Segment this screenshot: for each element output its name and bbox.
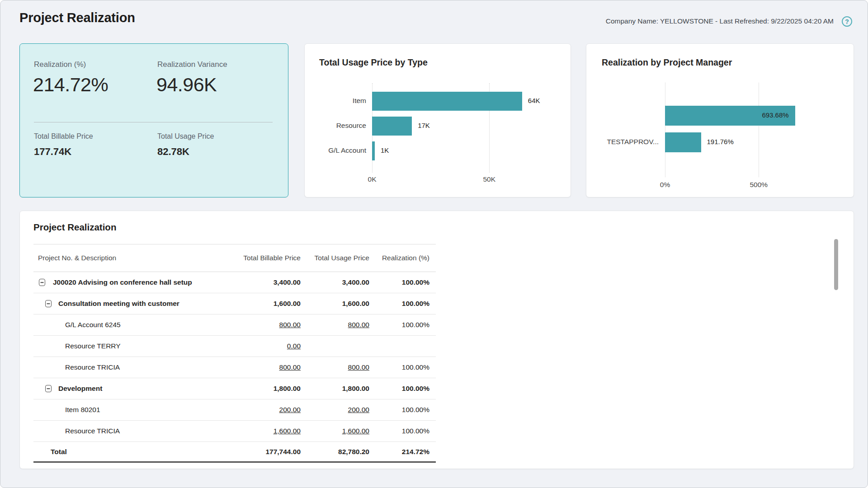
table-value: 100.00%	[369, 300, 429, 308]
row-label: Resource TRICIA	[33, 427, 120, 435]
column-header-1: Project No. & Description	[33, 244, 233, 272]
kpi-usage-value: 82.78K	[157, 146, 189, 158]
row-description: Consultation meeting with customer	[33, 293, 233, 314]
row-description: J00020 Advising on conference hall setup	[33, 272, 233, 293]
collapse-icon[interactable]	[45, 385, 52, 392]
table-row: Item 80201200.00200.00100.00%	[33, 399, 436, 421]
bar-value-label: 191.76%	[707, 138, 734, 145]
category-label: Item	[353, 97, 366, 105]
row-label: G/L Account 6245	[33, 321, 121, 329]
drillthrough-link[interactable]: 1,600.00	[342, 427, 369, 435]
collapse-icon[interactable]	[45, 300, 52, 307]
table-row: Resource TRICIA800.00800.00100.00%	[33, 357, 436, 378]
drillthrough-value[interactable]: 800.00	[301, 321, 369, 329]
chart-card-realization-by-pm: Realization by Project Manager 0%500%693…	[586, 43, 854, 197]
table-scrollbar-thumb[interactable]	[834, 239, 838, 290]
project-realization-table: Project No. & DescriptionTotal Billable …	[33, 244, 436, 463]
refresh-info: Company Name: YELLOWSTONE - Last Refresh…	[606, 17, 834, 25]
drillthrough-link[interactable]: 800.00	[279, 321, 301, 328]
column-header-2: Total Billable Price	[233, 254, 301, 262]
drillthrough-value[interactable]: 200.00	[301, 406, 369, 414]
category-label: G/L Account	[328, 146, 366, 155]
table-row: G/L Account 6245800.00800.00100.00%	[33, 314, 436, 336]
drillthrough-link[interactable]: 800.00	[348, 363, 369, 371]
table-value: 3,400.00	[233, 278, 301, 286]
row-label: Resource TRICIA	[33, 363, 120, 371]
table-value: 1,800.00	[301, 385, 369, 393]
bar-value-label: 64K	[528, 97, 540, 104]
page-title: Project Realization	[19, 10, 135, 25]
row-label: Consultation meeting with customer	[33, 300, 179, 308]
table-value: 100.00%	[369, 321, 429, 329]
drillthrough-link[interactable]: 0.00	[287, 342, 301, 350]
table-row: Consultation meeting with customer1,600.…	[33, 293, 436, 314]
table-row: Resource TRICIA1,600.001,600.00100.00%	[33, 421, 436, 442]
project-realization-table-card: Project Realization Project No. & Descri…	[19, 211, 854, 469]
row-description: Item 80201	[33, 399, 233, 420]
row-description: Development	[33, 378, 233, 399]
bar-Resource[interactable]	[372, 117, 412, 136]
drillthrough-value[interactable]: 800.00	[233, 321, 301, 329]
x-axis-tick-label: 500%	[743, 181, 774, 189]
kpi-realization-label: Realization (%)	[34, 60, 86, 69]
drillthrough-link[interactable]: 800.00	[279, 363, 301, 371]
drillthrough-value[interactable]: 1,600.00	[301, 427, 369, 435]
drillthrough-link[interactable]: 1,600.00	[274, 427, 301, 435]
drillthrough-value[interactable]: 1,600.00	[233, 427, 301, 435]
table-value: 82,780.20	[301, 448, 369, 456]
kpi-billable-value: 177.74K	[34, 146, 71, 158]
drillthrough-value[interactable]: 200.00	[233, 406, 301, 414]
category-label: Resource	[336, 122, 366, 130]
drillthrough-link[interactable]: 200.00	[279, 406, 301, 413]
bar-TESTAPPROV...[interactable]	[665, 132, 701, 152]
table-header-row: Project No. & DescriptionTotal Billable …	[33, 244, 436, 272]
table-value: 177,744.00	[233, 448, 301, 456]
row-description: Resource TERRY	[33, 336, 233, 357]
x-axis-tick-label: 0%	[649, 181, 681, 189]
kpi-billable-label: Total Billable Price	[34, 132, 93, 141]
drillthrough-value[interactable]: 800.00	[301, 363, 369, 371]
row-label: J00020 Advising on conference hall setup	[33, 278, 192, 286]
column-header-3: Total Usage Price	[301, 254, 369, 262]
chart-card-usage-price-by-type: Total Usage Price by Type 0K50KItem64KRe…	[304, 43, 571, 197]
total-label: Total	[33, 442, 233, 461]
bar-chart-usage-price-by-type: 0K50KItem64KResource17KG/L Account1K	[305, 44, 571, 197]
dashboard-page: Project Realization Company Name: YELLOW…	[0, 0, 868, 488]
x-axis-tick-label: 50K	[473, 175, 505, 183]
row-label: Item 80201	[33, 406, 100, 414]
help-icon[interactable]: ?	[842, 16, 852, 27]
table-value: 214.72%	[369, 448, 429, 456]
table-row: Resource TERRY0.00	[33, 336, 436, 357]
drillthrough-value[interactable]: 0.00	[233, 342, 301, 350]
category-label: TESTAPPROV...	[607, 138, 659, 146]
row-description: G/L Account 6245	[33, 314, 233, 335]
drillthrough-link[interactable]: 800.00	[348, 321, 369, 328]
kpi-usage-label: Total Usage Price	[157, 132, 214, 141]
table-title: Project Realization	[33, 222, 116, 233]
table-value: 100.00%	[369, 278, 429, 286]
kpi-variance-label: Realization Variance	[157, 60, 227, 69]
kpi-variance-value: 94.96K	[156, 74, 217, 96]
table-value: 100.00%	[369, 427, 429, 435]
table-row: Development1,800.001,800.00100.00%	[33, 378, 436, 399]
drillthrough-value[interactable]: 800.00	[233, 363, 301, 371]
row-description: Resource TRICIA	[33, 357, 233, 378]
table-value: 3,400.00	[301, 278, 369, 286]
kpi-divider	[34, 122, 273, 122]
row-label: Development	[33, 385, 102, 393]
row-label: Resource TERRY	[33, 342, 121, 350]
axis-gridline	[665, 83, 665, 177]
bar-value-label: 17K	[418, 122, 430, 129]
bar-chart-realization-by-pm: 0%500%693.68%TESTAPPROV...191.76%	[586, 44, 854, 197]
bar-Item[interactable]	[372, 92, 522, 111]
bar-value-label: 1K	[381, 146, 389, 154]
drillthrough-link[interactable]: 200.00	[348, 406, 369, 413]
axis-gridline	[759, 83, 759, 177]
collapse-icon[interactable]	[39, 279, 45, 286]
bar-G/L Account[interactable]	[372, 141, 375, 160]
row-description: Resource TRICIA	[33, 421, 233, 441]
table-value: 100.00%	[369, 406, 429, 414]
table-value: 1,600.00	[301, 300, 369, 308]
table-total-row: Total177,744.0082,780.20214.72%	[33, 442, 436, 463]
table-value: 100.00%	[369, 385, 429, 393]
